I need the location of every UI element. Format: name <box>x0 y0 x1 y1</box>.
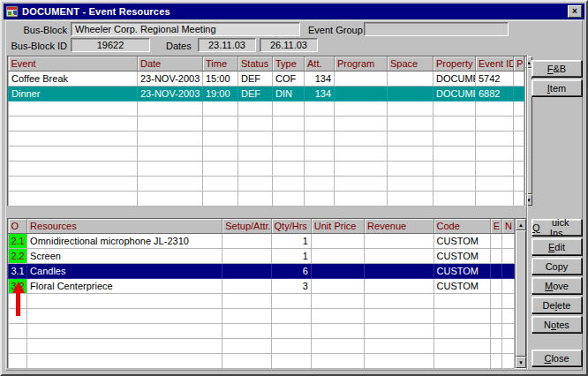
cell-empty[interactable] <box>238 161 273 176</box>
event-row-empty[interactable] <box>9 131 524 146</box>
cell-empty[interactable] <box>388 161 433 176</box>
cell-empty[interactable] <box>388 191 433 206</box>
cell-unit_price[interactable] <box>311 263 364 278</box>
cell-empty[interactable] <box>490 293 501 308</box>
cell-empty[interactable] <box>433 308 490 323</box>
cell-program[interactable] <box>335 86 388 101</box>
cell-empty[interactable] <box>238 101 273 116</box>
resource-row-empty[interactable] <box>9 308 515 323</box>
cell-empty[interactable] <box>365 308 433 323</box>
cell-e[interactable] <box>490 263 501 278</box>
cell-att[interactable]: 134 <box>305 86 335 101</box>
cell-empty[interactable] <box>273 116 305 131</box>
cell-empty[interactable] <box>514 131 524 146</box>
cell-empty[interactable] <box>490 353 501 368</box>
cell-empty[interactable] <box>335 116 388 131</box>
cell-empty[interactable] <box>305 161 335 176</box>
resource-row-empty[interactable] <box>9 353 515 368</box>
cell-unit_price[interactable] <box>311 278 364 293</box>
cell-empty[interactable] <box>305 191 335 206</box>
cell-empty[interactable] <box>203 116 238 131</box>
cell-e[interactable] <box>490 278 501 293</box>
resource-row-empty[interactable] <box>9 338 515 353</box>
delete-button[interactable]: Delete <box>531 297 582 313</box>
cell-empty[interactable] <box>271 293 311 308</box>
cell-property[interactable]: DOCUMENT <box>433 86 476 101</box>
cell-empty[interactable] <box>388 116 433 131</box>
cell-empty[interactable] <box>335 146 388 161</box>
cell-empty[interactable] <box>271 308 311 323</box>
cell-empty[interactable] <box>433 338 490 353</box>
cell-event[interactable]: Dinner <box>9 86 138 101</box>
cell-empty[interactable] <box>335 101 388 116</box>
cell-empty[interactable] <box>514 161 524 176</box>
cell-revenue[interactable] <box>365 263 433 278</box>
cell-empty[interactable] <box>433 116 476 131</box>
cell-resource[interactable]: Omnidirectional microphone JL-2310 <box>27 233 222 248</box>
cell-empty[interactable] <box>476 161 514 176</box>
cell-empty[interactable] <box>311 323 364 338</box>
cell-o[interactable]: 2.1 <box>9 233 27 248</box>
cell-empty[interactable] <box>433 101 476 116</box>
cell-n[interactable] <box>501 233 514 248</box>
cell-empty[interactable] <box>311 353 364 368</box>
cell-empty[interactable] <box>238 131 273 146</box>
resource-row-selected[interactable]: 3.1Candles6CUSTOM <box>9 263 515 278</box>
event-row-selected[interactable]: Dinner23-NOV-200319:00DEFDIN134DOCUMENT6… <box>9 86 524 101</box>
event-row[interactable]: Coffee Break23-NOV-200315:00DEFCOF134DOC… <box>9 71 524 86</box>
cell-code[interactable]: CUSTOM <box>433 278 490 293</box>
cell-qty[interactable]: 6 <box>271 263 311 278</box>
cell-empty[interactable] <box>222 338 271 353</box>
cell-empty[interactable] <box>138 116 203 131</box>
cell-empty[interactable] <box>501 338 514 353</box>
cell-code[interactable]: CUSTOM <box>433 248 490 263</box>
cell-n[interactable] <box>501 248 514 263</box>
cell-qty[interactable]: 1 <box>271 248 311 263</box>
cell-empty[interactable] <box>433 353 490 368</box>
cell-empty[interactable] <box>305 146 335 161</box>
cell-empty[interactable] <box>365 323 433 338</box>
cell-empty[interactable] <box>222 353 271 368</box>
cell-empty[interactable] <box>9 323 27 338</box>
cell-empty[interactable] <box>311 308 364 323</box>
cell-empty[interactable] <box>27 323 222 338</box>
cell-empty[interactable] <box>138 101 203 116</box>
cell-empty[interactable] <box>138 161 203 176</box>
cell-empty[interactable] <box>273 101 305 116</box>
cell-empty[interactable] <box>335 161 388 176</box>
cell-empty[interactable] <box>476 176 514 191</box>
cell-empty[interactable] <box>305 176 335 191</box>
cell-empty[interactable] <box>9 176 138 191</box>
cell-type[interactable]: DIN <box>273 86 305 101</box>
cell-setup[interactable] <box>222 278 271 293</box>
cell-empty[interactable] <box>501 293 514 308</box>
cell-empty[interactable] <box>433 146 476 161</box>
cell-empty[interactable] <box>476 116 514 131</box>
cell-empty[interactable] <box>238 191 273 206</box>
cell-event[interactable]: Coffee Break <box>9 71 138 86</box>
cell-empty[interactable] <box>365 293 433 308</box>
cell-resource[interactable]: Floral Centerpriece <box>27 278 222 293</box>
cell-status[interactable]: DEF <box>238 71 273 86</box>
cell-empty[interactable] <box>388 146 433 161</box>
cell-type[interactable]: COF <box>273 71 305 86</box>
event-row-empty[interactable] <box>9 101 524 116</box>
cell-empty[interactable] <box>305 101 335 116</box>
cell-empty[interactable] <box>203 146 238 161</box>
cell-empty[interactable] <box>476 101 514 116</box>
cell-empty[interactable] <box>9 116 138 131</box>
cell-empty[interactable] <box>9 131 138 146</box>
cell-empty[interactable] <box>138 191 203 206</box>
cell-empty[interactable] <box>490 338 501 353</box>
cell-empty[interactable] <box>273 131 305 146</box>
cell-empty[interactable] <box>9 146 138 161</box>
cell-qty[interactable]: 3 <box>271 278 311 293</box>
cell-empty[interactable] <box>27 308 222 323</box>
scroll-up-icon[interactable]: ▲ <box>516 219 526 230</box>
cell-code[interactable]: CUSTOM <box>433 263 490 278</box>
cell-status[interactable]: DEF <box>238 86 273 101</box>
cell-empty[interactable] <box>203 131 238 146</box>
cell-revenue[interactable] <box>365 233 433 248</box>
edit-button[interactable]: Edit <box>531 238 582 255</box>
event-row-empty[interactable] <box>9 191 524 206</box>
